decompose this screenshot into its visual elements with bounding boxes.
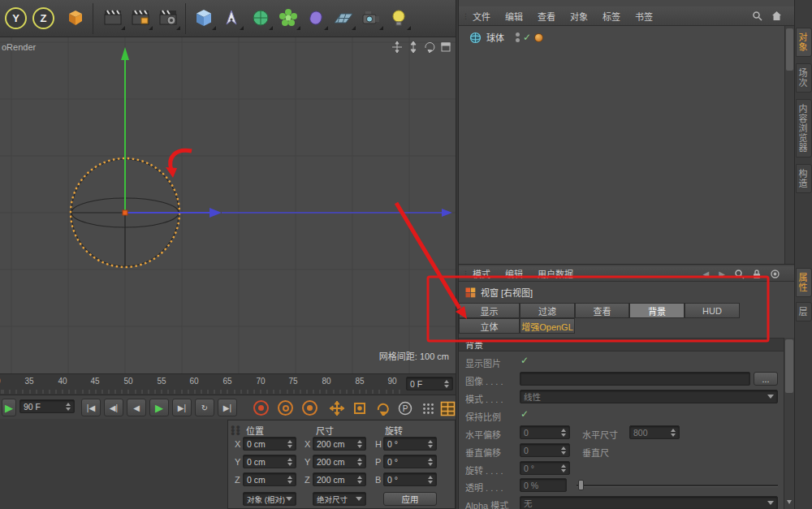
object-manager-scrollbar[interactable]	[784, 26, 794, 264]
size-mode-dropdown[interactable]: 绝对尺寸	[313, 492, 366, 506]
image-path-field[interactable]	[520, 372, 750, 386]
scroll-down-arrow[interactable]	[787, 500, 792, 507]
attribute-scrollbar[interactable]	[784, 338, 794, 509]
menu-bookmarks[interactable]: 书签	[628, 10, 660, 23]
rotation-b-field[interactable]: 0 °	[383, 472, 437, 486]
next-key-button[interactable]: ▶|	[172, 399, 192, 416]
rotation-p-field[interactable]: 0 °	[383, 455, 437, 468]
spline-pen-icon[interactable]	[218, 4, 245, 32]
spinner[interactable]	[285, 455, 292, 468]
goto-end-button[interactable]: ▶|	[218, 399, 237, 416]
lights-icon[interactable]	[385, 4, 412, 32]
menu-objects[interactable]: 对象	[563, 10, 595, 23]
camera-icon[interactable]	[357, 4, 385, 32]
end-frame-spinner[interactable]	[63, 400, 71, 413]
object-enabled-check[interactable]: ✓	[523, 32, 531, 43]
object-name-label[interactable]: 球体	[485, 31, 504, 44]
current-frame-spinner[interactable]	[442, 377, 449, 390]
panel-grip[interactable]: ⋮⋮	[459, 15, 465, 18]
deformers-icon[interactable]	[302, 4, 330, 32]
transparency-field[interactable]: 0 %	[520, 478, 567, 492]
menu-edit[interactable]: 编辑	[498, 267, 530, 280]
axis-y-lock-button[interactable]: Y	[5, 7, 27, 29]
tab-filter[interactable]: 过滤	[520, 303, 575, 318]
object-row-sphere[interactable]: 球体 ✓	[469, 31, 543, 44]
bg-rotation-field[interactable]: 0 °	[520, 461, 570, 475]
spinner[interactable]	[425, 438, 433, 451]
menu-edit[interactable]: 编辑	[498, 10, 530, 23]
current-frame-field[interactable]: 0 F	[406, 377, 453, 390]
axis-z-lock-button[interactable]: Z	[32, 7, 54, 29]
rotate-view-icon[interactable]	[423, 41, 436, 54]
spinner[interactable]	[425, 473, 433, 486]
menu-file[interactable]: 文件	[465, 10, 498, 23]
spinner[interactable]	[559, 462, 566, 475]
menu-mode[interactable]: 模式	[465, 267, 498, 280]
end-frame-field[interactable]: 90 F	[19, 399, 75, 413]
autokey-button[interactable]	[278, 400, 293, 416]
add-cube-primitive-icon[interactable]	[190, 4, 218, 32]
record-keyframe-button[interactable]	[253, 400, 269, 416]
render-settings-icon[interactable]	[154, 4, 182, 32]
subdivision-surface-icon[interactable]	[247, 4, 274, 32]
loop-button[interactable]: ↻	[195, 399, 214, 416]
prev-key-button[interactable]: ◀|	[104, 399, 123, 416]
panel-grip[interactable]: ⋮⋮	[459, 272, 465, 275]
pla-key-icon[interactable]	[419, 399, 437, 417]
history-back-icon[interactable]: ◀	[701, 270, 712, 278]
tab-background[interactable]: 背景	[629, 303, 685, 318]
side-tab-content-browser[interactable]: 内容浏览器	[796, 99, 812, 157]
rotation-key-icon[interactable]	[374, 399, 391, 417]
h-offset-field[interactable]: 0	[520, 425, 570, 439]
spinner[interactable]	[285, 438, 292, 451]
timeline-options-icon[interactable]	[438, 399, 456, 417]
background-section-header[interactable]: 背景	[459, 338, 784, 352]
tab-display[interactable]: 显示	[459, 303, 520, 318]
mode-dropdown[interactable]: 线性	[520, 390, 778, 403]
position-key-icon[interactable]	[328, 399, 346, 417]
search-icon[interactable]	[732, 267, 745, 280]
timeline-ruler[interactable]: 30 35 40 45 50 55 60 65 70 75 80 85 90 0…	[0, 373, 456, 395]
side-tab-objects[interactable]: 对象	[796, 28, 812, 57]
tab-hud[interactable]: HUD	[685, 303, 740, 318]
play-backward-button[interactable]: ◀	[127, 399, 146, 416]
keep-ratio-checkbox[interactable]: ✓	[520, 408, 529, 420]
h-size-field[interactable]: 800	[629, 425, 680, 439]
spinner[interactable]	[355, 455, 362, 468]
size-x-field[interactable]: 200 cm	[313, 437, 366, 451]
environment-floor-icon[interactable]	[330, 4, 357, 32]
menu-tags[interactable]: 标签	[595, 10, 628, 23]
spinner[interactable]	[668, 426, 676, 439]
parameter-key-icon[interactable]: P	[396, 399, 414, 417]
mini-play-icon[interactable]: ▶	[2, 399, 16, 416]
panel-grip[interactable]: ●●●●●●	[231, 425, 237, 435]
tab-view[interactable]: 查看	[575, 303, 629, 318]
play-button[interactable]: ▶	[149, 399, 169, 416]
size-z-field[interactable]: 200 cm	[313, 472, 366, 486]
alpha-mode-dropdown[interactable]: 无	[520, 496, 778, 509]
viewport-right-view[interactable]: oRender 网格间距: 100 cm	[0, 37, 456, 373]
coordinate-system-icon[interactable]	[62, 4, 89, 32]
goto-start-button[interactable]: |◀	[81, 399, 101, 416]
viewport-menu-label[interactable]: oRender	[2, 42, 36, 52]
maximize-view-icon[interactable]	[439, 41, 452, 54]
side-tab-layers[interactable]: 层	[796, 302, 812, 321]
keyframe-selection-button[interactable]	[302, 400, 317, 416]
tab-enhanced-opengl[interactable]: 增强OpenGL	[520, 318, 575, 334]
pan-icon[interactable]	[391, 41, 404, 54]
render-view-icon[interactable]	[99, 4, 127, 32]
position-z-field[interactable]: 0 cm	[243, 472, 296, 486]
render-picture-viewer-icon[interactable]	[127, 4, 154, 32]
position-y-field[interactable]: 0 cm	[243, 455, 296, 468]
image-browse-button[interactable]: ...	[754, 372, 778, 386]
texture-tag-icon[interactable]	[534, 33, 543, 42]
spinner[interactable]	[425, 455, 433, 468]
side-tab-structure[interactable]: 构造	[796, 164, 812, 193]
side-tab-takes[interactable]: 场次	[796, 63, 812, 93]
transparency-slider-thumb[interactable]	[578, 480, 584, 490]
history-forward-icon[interactable]: ▶	[716, 270, 728, 278]
coordinate-mode-dropdown[interactable]: 对象 (相对)	[243, 492, 296, 506]
scale-key-icon[interactable]	[351, 399, 369, 417]
rotation-h-field[interactable]: 0 °	[383, 437, 437, 451]
menu-view[interactable]: 查看	[530, 10, 563, 23]
